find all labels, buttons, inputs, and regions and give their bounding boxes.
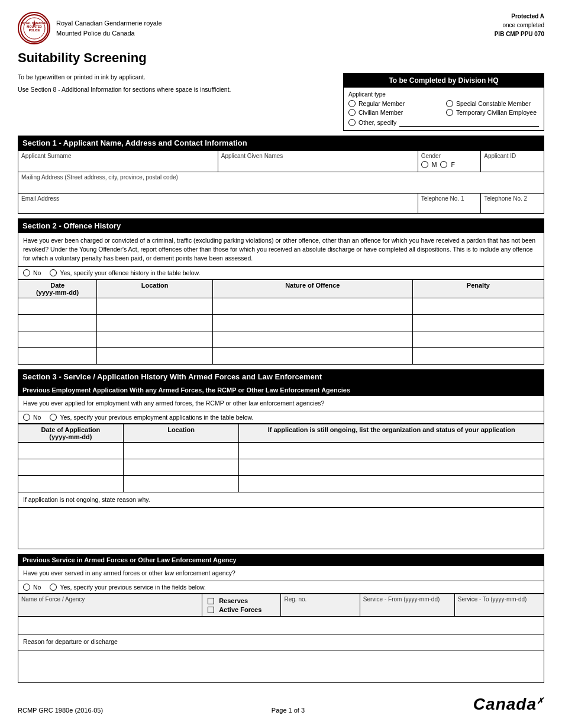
section2-body: Have you ever been charged or convicted … [18, 233, 544, 267]
logo-area: ROYAL CANADIAN MOUNTED POLICE Royal Cana… [18, 12, 162, 44]
radio-circle-temp [446, 109, 453, 116]
section2-offence-table: Date(yyyy-mm-dd) Location Nature of Offe… [18, 279, 544, 365]
mailing-input[interactable] [21, 181, 541, 191]
s3s2-yes-label: Yes, specify your previous service in th… [60, 584, 206, 591]
instructions-area: To be typewritten or printed in ink by a… [18, 73, 337, 97]
tel1-label: Telephone No. 1 [421, 195, 478, 202]
departure-input[interactable] [18, 650, 544, 683]
service-to-input[interactable] [458, 603, 541, 613]
radio-temp-civilian[interactable]: Temporary Civilian Employee [446, 109, 539, 116]
other-label: Other, specify [358, 119, 396, 126]
gender-m-label: M [432, 161, 437, 168]
applicant-type-label: Applicant type [348, 91, 539, 98]
section3-sub2-header: Previous Service in Armed Forces or Othe… [18, 554, 544, 566]
applicant-id-input[interactable] [484, 159, 541, 170]
section3-sub1-no[interactable]: No [23, 414, 41, 421]
radio-label-regular: Regular Member [358, 100, 405, 107]
instruction-line2: Use Section 8 - Additional Information f… [18, 85, 325, 94]
section3-service-table: Name of Force / Agency Reserves Active F… [18, 594, 544, 634]
radio-s3-no[interactable] [23, 414, 30, 421]
s3s2-no-label: No [33, 584, 41, 591]
s3-yes-label: Yes, specify your previous employment ap… [60, 414, 253, 421]
radio-gender-f[interactable] [440, 161, 447, 168]
page-number: Page 1 of 3 [272, 707, 305, 714]
surname-input[interactable] [21, 159, 215, 170]
not-ongoing-label: If application is not ongoing, state rea… [18, 492, 544, 508]
radio-s2-yes[interactable] [50, 269, 57, 276]
s3-no-label: No [33, 414, 41, 421]
applicant-id-label: Applicant ID [484, 153, 541, 159]
radio-circle-special [446, 100, 453, 107]
service-to-label: Service - To (yyyy-mm-dd) [458, 596, 541, 603]
section3-sub2-yes[interactable]: Yes, specify your previous service in th… [50, 584, 206, 591]
reserves-label: Reserves [219, 597, 248, 604]
radio-circle-civilian [348, 109, 356, 116]
gender-label: Gender [421, 153, 478, 159]
email-input[interactable] [21, 202, 415, 211]
rcmp-logo: ROYAL CANADIAN MOUNTED POLICE [18, 12, 50, 44]
radio-s3-yes[interactable] [50, 414, 57, 421]
page-title: Suitability Screening [18, 50, 544, 66]
checkbox-reserves[interactable] [208, 598, 214, 604]
reg-no-label: Reg. no. [284, 596, 356, 603]
departure-label: Reason for departure or discharge [18, 634, 544, 650]
section3-sub1-header: Previous Employment Application With any… [18, 384, 544, 396]
force-name-label: Name of Force / Agency [21, 596, 199, 603]
radio-circle-regular [348, 100, 356, 107]
tel1-input[interactable] [421, 202, 478, 211]
radio-gender-m[interactable] [421, 161, 428, 168]
given-names-input[interactable] [221, 159, 415, 170]
section3-sub2-question: Have you ever served in any armed forces… [18, 566, 544, 581]
checkbox-active[interactable] [208, 607, 214, 613]
radio-special-constable[interactable]: Special Constable Member [446, 100, 539, 107]
page-header: ROYAL CANADIAN MOUNTED POLICE Royal Cana… [18, 12, 544, 44]
section1-header: Section 1 - Applicant Name, Address and … [18, 136, 544, 150]
section3-sub2-radio: No Yes, specify your previous service in… [18, 581, 544, 594]
radio-circle-other [348, 119, 356, 126]
section2-radio-row: No Yes, specify your offence history in … [18, 267, 544, 279]
reserves-row[interactable]: Reserves [208, 597, 248, 604]
section3-sub1-radio: No Yes, specify your previous employment… [18, 411, 544, 424]
service-from-label: Service - From (yyyy-mm-dd) [363, 596, 451, 603]
radio-s3s2-no[interactable] [23, 584, 30, 591]
active-row[interactable]: Active Forces [208, 606, 261, 613]
org-name: Royal Canadian Gendarmerie royale Mounte… [56, 18, 162, 38]
form-code: RCMP GRC 1980e (2016-05) [18, 707, 103, 714]
service-from-input[interactable] [363, 603, 451, 613]
reg-no-input[interactable] [284, 603, 356, 613]
email-label: Email Address [21, 195, 415, 202]
section2-header: Section 2 - Offence History [18, 218, 544, 233]
svg-text:POLICE: POLICE [28, 28, 40, 32]
division-hq-box: To be Completed by Division HQ Applicant… [343, 73, 544, 131]
radio-label-civilian: Civilian Member [358, 109, 403, 116]
protected-info: Protected A once completed PIB CMP PPU 0… [495, 12, 544, 38]
section1-name-table: Applicant Surname Applicant Given Names … [18, 150, 544, 214]
given-names-label: Applicant Given Names [221, 153, 415, 159]
radio-s3s2-yes[interactable] [50, 584, 57, 591]
division-hq-content: Applicant type Regular Member Special Co… [344, 88, 544, 130]
radio-s2-no[interactable] [23, 269, 30, 276]
radio-label-temp: Temporary Civilian Employee [456, 109, 537, 116]
radio-regular-member[interactable]: Regular Member [348, 100, 441, 107]
section2-yes[interactable]: Yes, specify your offence history in the… [50, 269, 200, 276]
radio-civilian-member[interactable]: Civilian Member [348, 109, 441, 116]
other-option-row: Other, specify [348, 118, 539, 127]
section3-employment-table: Date of Application(yyyy-mm-dd) Location… [18, 424, 544, 492]
force-name-header: Name of Force / Agency [18, 594, 202, 617]
gender-f-label: F [451, 161, 454, 168]
canada-logo: Canada✗ [473, 695, 544, 714]
applicant-type-options: Regular Member Special Constable Member … [348, 100, 539, 116]
radio-label-special: Special Constable Member [456, 100, 531, 107]
section2-no[interactable]: No [23, 269, 41, 276]
division-hq-header: To be Completed by Division HQ [344, 73, 544, 88]
s2-yes-label: Yes, specify your offence history in the… [60, 269, 200, 276]
section3-header: Section 3 - Service / Application Histor… [18, 369, 544, 384]
s2-no-label: No [33, 269, 41, 276]
section3-sub1-yes[interactable]: Yes, specify your previous employment ap… [50, 414, 253, 421]
surname-label: Applicant Surname [21, 153, 215, 159]
not-ongoing-input[interactable] [18, 508, 544, 549]
section3-sub2-no[interactable]: No [23, 584, 41, 591]
force-name-input[interactable] [18, 617, 544, 634]
other-specify-input[interactable] [399, 118, 539, 127]
tel2-input[interactable] [484, 202, 541, 211]
